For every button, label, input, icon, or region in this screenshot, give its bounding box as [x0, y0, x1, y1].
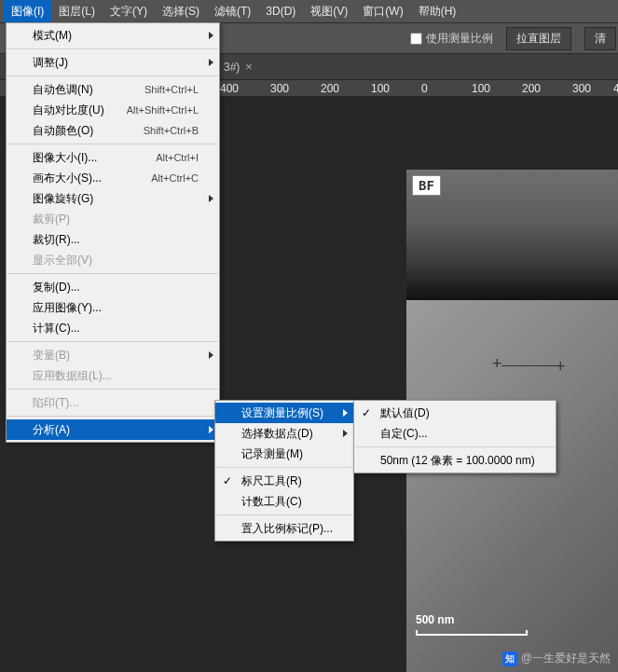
use-scale-checkbox[interactable]: 使用测量比例	[410, 31, 493, 47]
submenu-arrow-icon	[343, 409, 348, 417]
submenu-set-scale[interactable]: ✓默认值(D)自定(C)...50nm (12 像素 = 100.0000 nm…	[353, 400, 556, 473]
menu-item-label: 标尺工具(R)	[241, 473, 302, 489]
menu-item-label: 默认值(D)	[380, 405, 430, 421]
menu-item[interactable]: 置入比例标记(P)...	[215, 518, 353, 539]
menu-item[interactable]: 裁切(R)...	[7, 229, 219, 250]
menu-item: 显示全部(V)	[7, 250, 219, 270]
menubar-item[interactable]: 文字(Y)	[103, 0, 155, 22]
ruler-tick: 100	[472, 82, 490, 95]
ruler-tick: 100	[371, 82, 390, 95]
menu-item-label: 图像旋转(G)	[33, 191, 93, 207]
check-icon: ✓	[223, 474, 232, 487]
menu-item[interactable]: 应用图像(Y)...	[7, 297, 219, 318]
submenu-arrow-icon	[209, 32, 213, 39]
menu-item-label: 分析(A)	[33, 422, 70, 438]
menu-item[interactable]: 画布大小(S)...Alt+Ctrl+C	[7, 168, 219, 188]
bf-badge: BF	[412, 175, 441, 196]
document-tab[interactable]: 3#) ×	[214, 60, 262, 74]
check-icon: ✓	[362, 406, 371, 419]
menubar-item[interactable]: 选择(S)	[155, 0, 207, 22]
menu-item[interactable]: 设置测量比例(S)	[215, 403, 353, 423]
menu-item[interactable]: 计算(C)...	[7, 318, 219, 338]
menubar-item[interactable]: 图层(L)	[51, 0, 103, 22]
menu-shortcut: Alt+Ctrl+C	[129, 172, 199, 184]
menu-shortcut: Shift+Ctrl+L	[122, 84, 199, 95]
submenu-arrow-icon	[343, 430, 348, 437]
measure-line[interactable]	[501, 365, 559, 366]
submenu-arrow-icon	[209, 195, 213, 202]
menu-item-label: 调整(J)	[33, 55, 68, 71]
menu-item[interactable]: ✓标尺工具(R)	[215, 471, 353, 491]
menubar-item[interactable]: 滤镜(T)	[207, 0, 258, 22]
menu-item[interactable]: 复制(D)...	[7, 277, 219, 297]
menu-item-label: 模式(M)	[33, 28, 72, 44]
tab-label: 3#)	[224, 61, 240, 74]
close-icon[interactable]: ×	[245, 60, 253, 74]
menu-item[interactable]: 分析(A)	[7, 419, 219, 440]
menu-item-label: 陷印(T)...	[33, 395, 78, 411]
menu-item[interactable]: ✓默认值(D)	[354, 403, 556, 423]
menu-item-label: 裁切(R)...	[33, 232, 80, 248]
menu-item[interactable]: 50nm (12 像素 = 100.0000 nm)	[354, 450, 556, 471]
menu-item-label: 设置测量比例(S)	[241, 405, 323, 421]
ruler-tick: 300	[572, 82, 591, 95]
menu-item[interactable]: 自动颜色(O)Shift+Ctrl+B	[7, 120, 219, 141]
clear-button[interactable]: 清	[584, 27, 616, 50]
menu-item[interactable]: 自动对比度(U)Alt+Shift+Ctrl+L	[7, 100, 219, 120]
menu-item[interactable]: 记录测量(M)	[215, 444, 353, 464]
menu-item[interactable]: 自动色调(N)Shift+Ctrl+L	[7, 79, 219, 100]
menu-item-label: 应用图像(Y)...	[33, 300, 102, 316]
menu-item[interactable]: 图像大小(I)...Alt+Ctrl+I	[7, 147, 219, 168]
submenu-arrow-icon	[209, 351, 213, 359]
menu-item-label: 变量(B)	[33, 348, 70, 363]
menu-item[interactable]: 选择数据点(D)	[215, 423, 353, 444]
menu-item: 裁剪(P)	[7, 209, 219, 229]
scale-bar: 500 nm	[416, 607, 528, 636]
menu-item-label: 自动颜色(O)	[33, 123, 93, 139]
menu-item-label: 记录测量(M)	[241, 446, 303, 462]
menu-shortcut: Shift+Ctrl+B	[121, 125, 199, 136]
straighten-button[interactable]: 拉直图层	[506, 27, 571, 50]
menu-item-label: 应用数据组(L)...	[33, 368, 112, 384]
menu-item[interactable]: 模式(M)	[7, 25, 219, 46]
ruler-tick: 200	[522, 82, 541, 95]
menu-item: 陷印(T)...	[7, 392, 219, 413]
menu-item-label: 自动色调(N)	[33, 82, 93, 98]
submenu-arrow-icon	[209, 426, 213, 433]
menubar-item[interactable]: 图像(I)	[4, 0, 51, 22]
ruler-tick: 400	[613, 82, 618, 95]
menu-item-label: 计数工具(C)	[241, 494, 302, 510]
menu-item-label: 计算(C)...	[33, 321, 80, 336]
menu-item: 应用数据组(L)...	[7, 365, 219, 386]
menu-item-label: 复制(D)...	[33, 280, 80, 295]
menubar-item[interactable]: 窗口(W)	[355, 0, 410, 22]
menu-item-label: 自动对比度(U)	[33, 103, 104, 118]
menu-item-label: 选择数据点(D)	[241, 426, 313, 442]
menu-item: 变量(B)	[7, 345, 219, 365]
menu-image[interactable]: 模式(M)调整(J)自动色调(N)Shift+Ctrl+L自动对比度(U)Alt…	[6, 22, 220, 443]
menu-item-label: 画布大小(S)...	[33, 171, 102, 186]
menu-shortcut: Alt+Ctrl+I	[133, 152, 199, 163]
menu-item-label: 50nm (12 像素 = 100.0000 nm)	[380, 453, 535, 469]
menu-item[interactable]: 调整(J)	[7, 52, 219, 73]
menu-item-label: 裁剪(P)	[33, 212, 70, 227]
ruler-tick: 0	[421, 82, 428, 95]
submenu-analysis[interactable]: 设置测量比例(S)选择数据点(D)记录测量(M)✓标尺工具(R)计数工具(C)置…	[214, 400, 354, 542]
ruler-tick: 300	[270, 82, 289, 95]
menu-item[interactable]: 图像旋转(G)	[7, 188, 219, 209]
watermark: 知 @一生爱好是天然	[502, 651, 611, 666]
menu-item[interactable]: 计数工具(C)	[215, 491, 353, 512]
menu-item[interactable]: 自定(C)...	[354, 423, 556, 444]
submenu-arrow-icon	[209, 59, 213, 66]
menu-item-label: 显示全部(V)	[33, 253, 92, 268]
menubar-item[interactable]: 帮助(H)	[411, 0, 464, 22]
menubar: 图像(I)图层(L)文字(Y)选择(S)滤镜(T)3D(D)视图(V)窗口(W)…	[0, 0, 618, 22]
ruler-tick: 200	[321, 82, 339, 95]
menu-item-label: 置入比例标记(P)...	[241, 521, 333, 537]
menubar-item[interactable]: 3D(D)	[258, 0, 303, 22]
ruler-tick: 400	[220, 82, 239, 95]
menu-item-label: 自定(C)...	[380, 426, 428, 442]
menu-item-label: 图像大小(I)...	[33, 150, 97, 166]
menu-shortcut: Alt+Shift+Ctrl+L	[104, 104, 199, 116]
menubar-item[interactable]: 视图(V)	[303, 0, 355, 22]
